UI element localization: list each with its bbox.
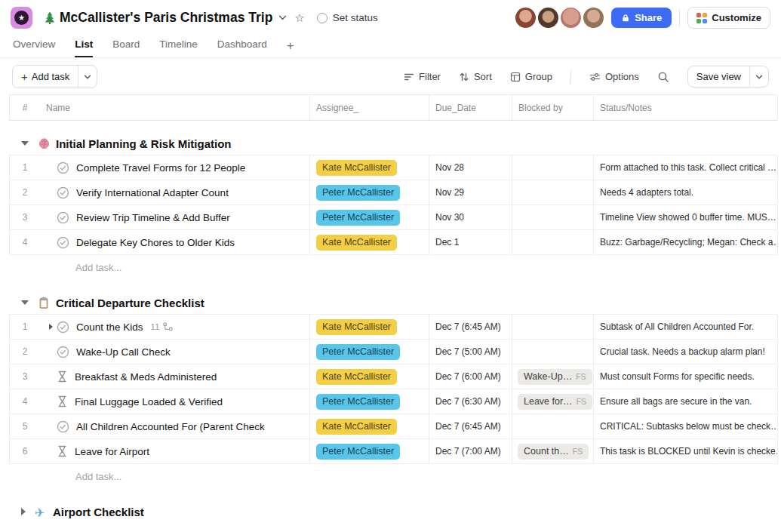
task-name[interactable]: All Children Accounted For (Parent Check [76, 421, 265, 432]
status-notes-cell[interactable]: Buzz: Garbage/Recycling; Megan: Check a… [594, 230, 778, 254]
title-chevron-down-icon[interactable] [278, 14, 287, 22]
table-row[interactable]: 3Review Trip Timeline & Add BufferPeter … [9, 205, 777, 230]
table-row[interactable]: 3Breakfast & Meds AdministeredKate McCal… [9, 364, 777, 389]
hourglass-status-icon[interactable] [57, 445, 68, 457]
assignee-pill[interactable]: Peter McCallister [316, 185, 400, 201]
task-name[interactable]: Leave for Airport [75, 446, 149, 457]
assignee-pill[interactable]: Kate McCallister [316, 369, 397, 385]
status-notes-cell[interactable]: Crucial task. Needs a backup alarm plan! [594, 340, 778, 364]
due-date-cell[interactable]: Dec 1 [429, 230, 512, 254]
add-task-row[interactable]: Add task... [9, 255, 777, 280]
table-row[interactable]: 2Wake-Up Call CheckPeter McCallisterDec … [9, 340, 777, 364]
expand-subtasks-icon[interactable] [49, 324, 53, 330]
blocked-by-pill[interactable]: Count th…FS [518, 444, 589, 460]
status-notes-cell[interactable]: Needs 4 adapters total. [594, 180, 778, 204]
due-date-cell[interactable]: Nov 29 [429, 180, 512, 204]
favorite-star-icon[interactable]: ☆ [294, 11, 304, 25]
column-header-blocked-by[interactable]: Blocked by [512, 95, 594, 120]
check-circle-status-icon[interactable] [57, 420, 69, 433]
section-header-initial-planning-risk-mitigation[interactable]: Initial Planning & Risk Mitigation [9, 132, 777, 155]
blocked-by-pill[interactable]: Leave for…FS [518, 394, 592, 410]
check-circle-status-icon[interactable] [57, 321, 69, 334]
due-date-cell[interactable]: Dec 7 (7:00 AM) [429, 439, 512, 463]
avatar[interactable] [583, 8, 604, 28]
table-row[interactable]: 4Delegate Key Chores to Older KidsKate M… [9, 230, 777, 255]
assignee-pill[interactable]: Peter McCallister [316, 394, 400, 410]
assignee-pill[interactable]: Peter McCallister [316, 344, 400, 360]
status-notes-cell[interactable]: Subtask of All Children Accounted For. [594, 315, 778, 339]
task-name[interactable]: Verify International Adapter Count [76, 187, 229, 198]
tab-dashboard[interactable]: Dashboard [217, 38, 267, 57]
save-view-dropdown-button[interactable] [750, 66, 768, 87]
due-date-cell[interactable]: Dec 7 (6:30 AM) [429, 389, 512, 414]
task-name[interactable]: Delegate Key Chores to Older Kids [76, 237, 235, 248]
tab-timeline[interactable]: Timeline [159, 38, 198, 57]
avatar[interactable] [538, 8, 558, 28]
section-header-airport-checklist[interactable]: ✈Airport Checklist [9, 500, 777, 523]
task-name[interactable]: Count the Kids [76, 321, 143, 333]
due-date-cell[interactable]: Dec 7 (6:45 AM) [429, 315, 512, 339]
due-date-cell[interactable]: Dec 7 (5:00 AM) [429, 340, 512, 364]
task-name[interactable]: Final Luggage Loaded & Verified [75, 396, 223, 407]
share-button[interactable]: Share [611, 8, 672, 28]
section-header-critical-departure-checklist[interactable]: Critical Departure Checklist [9, 291, 777, 314]
task-name[interactable]: Complete Travel Forms for 12 People [76, 162, 245, 174]
assignee-pill[interactable]: Peter McCallister [316, 444, 400, 460]
check-circle-status-icon[interactable] [57, 211, 69, 224]
due-date-cell[interactable]: Dec 7 (6:45 AM) [429, 414, 512, 438]
status-notes-cell[interactable]: Ensure all bags are secure in the van. [594, 389, 778, 414]
blocked-by-pill[interactable]: Wake-Up…FS [518, 369, 592, 385]
task-name[interactable]: Review Trip Timeline & Add Buffer [76, 212, 230, 223]
filter-button[interactable]: Filter [404, 71, 441, 82]
column-header-assignee-[interactable]: Assignee_ [310, 95, 429, 120]
expand-triangle-icon[interactable] [21, 300, 29, 305]
table-row[interactable]: 4Final Luggage Loaded & VerifiedPeter Mc… [9, 389, 777, 414]
options-button[interactable]: Options [589, 71, 639, 82]
search-icon[interactable] [657, 71, 669, 83]
column-header-name[interactable]: Name [40, 95, 310, 120]
due-date-cell[interactable]: Dec 7 (6:00 AM) [429, 364, 512, 389]
check-circle-status-icon[interactable] [57, 236, 69, 249]
group-button[interactable]: Group [510, 71, 552, 82]
check-circle-status-icon[interactable] [57, 161, 69, 174]
status-notes-cell[interactable]: Timeline View showed 0 buffer time. MUS… [594, 205, 778, 229]
due-date-cell[interactable]: Nov 28 [429, 155, 512, 180]
table-row[interactable]: 5All Children Accounted For (Parent Chec… [9, 414, 777, 439]
hourglass-status-icon[interactable] [57, 395, 68, 407]
check-circle-status-icon[interactable] [57, 186, 69, 199]
table-row[interactable]: 1Complete Travel Forms for 12 PeopleKate… [9, 155, 777, 180]
column-header-status-notes[interactable]: Status/Notes [594, 95, 778, 120]
due-date-cell[interactable]: Nov 30 [429, 205, 512, 229]
status-notes-cell[interactable]: CRITICAL: Subtasks below must be check… [594, 414, 778, 438]
add-task-dropdown-button[interactable] [78, 66, 97, 88]
status-notes-cell[interactable]: This task is BLOCKED until Kevin is chec… [594, 439, 778, 463]
column-header-num[interactable]: # [10, 95, 40, 120]
task-name[interactable]: Breakfast & Meds Administered [75, 371, 217, 383]
status-notes-cell[interactable]: Must consult Forms for specific needs. [594, 364, 778, 389]
column-header-due-date[interactable]: Due_Date [429, 95, 512, 120]
task-name[interactable]: Wake-Up Call Check [76, 346, 171, 358]
check-circle-status-icon[interactable] [57, 346, 69, 358]
customize-button[interactable]: Customize [687, 7, 770, 29]
assignee-pill[interactable]: Kate McCallister [316, 235, 397, 251]
assignee-pill[interactable]: Kate McCallister [316, 319, 397, 335]
assignee-pill[interactable]: Kate McCallister [316, 419, 397, 435]
avatar[interactable] [515, 8, 536, 28]
sort-button[interactable]: Sort [459, 71, 492, 82]
set-status-button[interactable]: Set status [317, 12, 378, 23]
tab-overview[interactable]: Overview [13, 38, 55, 57]
tab-list[interactable]: List [75, 38, 93, 57]
add-view-button[interactable]: + [287, 39, 294, 57]
assignee-pill[interactable]: Kate McCallister [316, 160, 397, 176]
table-row[interactable]: 6Leave for AirportPeter McCallisterDec 7… [9, 439, 777, 464]
tab-board[interactable]: Board [112, 38, 140, 57]
hourglass-status-icon[interactable] [57, 371, 68, 383]
workspace-icon[interactable]: ★ [11, 7, 32, 29]
collapse-triangle-icon[interactable] [21, 508, 26, 515]
add-task-row[interactable]: Add task... [9, 464, 777, 489]
table-row[interactable]: 2Verify International Adapter CountPeter… [9, 180, 777, 205]
expand-triangle-icon[interactable] [21, 141, 29, 146]
save-view-button[interactable]: Save view [688, 66, 749, 87]
table-row[interactable]: 1Count the Kids11Kate McCallisterDec 7 (… [9, 315, 777, 340]
add-task-button[interactable]: + Add task [13, 66, 78, 88]
